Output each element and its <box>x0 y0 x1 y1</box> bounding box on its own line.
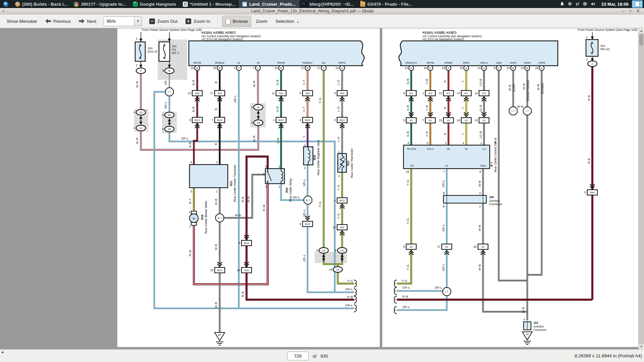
notifications-bell-icon[interactable] <box>560 2 565 6</box>
selection-tool-button[interactable]: Selection ▾ <box>272 17 302 26</box>
vertical-scrollbar[interactable]: ▲ ▼ <box>638 28 644 349</box>
browse-tool-button[interactable]: Browse <box>222 16 251 27</box>
svg-text:From Power Source System (See: From Power Source System (See Page 128) <box>578 28 637 32</box>
svg-text:LA: LA <box>336 268 339 271</box>
document-view[interactable]: MIN314IN317IN311IN38IN39BG28BG27BG21BG22… <box>114 28 639 349</box>
next-page-button[interactable]: Next <box>75 17 100 26</box>
svg-text:A: A <box>479 205 481 208</box>
scroll-down-icon[interactable]: ▼ <box>639 344 644 349</box>
svg-text:RRHI: RRHI <box>463 61 470 64</box>
svg-text:+B: +B <box>256 61 260 64</box>
svg-text:20: 20 <box>474 245 477 248</box>
zoom-input[interactable] <box>104 17 134 26</box>
svg-text:3E: 3E <box>168 114 171 117</box>
scroll-up-icon[interactable]: ▲ <box>639 28 644 34</box>
svg-text:IN3: IN3 <box>218 92 222 95</box>
svg-text:Y: Y <box>461 107 465 109</box>
clock[interactable]: 23 Mar, 18:06 <box>598 2 632 7</box>
svg-text:5: 5 <box>300 222 301 226</box>
sidebar-panel[interactable] <box>0 28 114 349</box>
taskbar-item-firefox[interactable]: (260) Builds - Back i... <box>12 0 70 8</box>
svg-text:4: 4 <box>334 199 336 202</box>
svg-text:29: 29 <box>535 66 539 70</box>
messenger-icon[interactable] <box>568 2 572 6</box>
svg-text:RRTB: RRTB <box>427 61 434 64</box>
svg-text:Y–R: Y–R <box>425 105 429 111</box>
app-menu-button[interactable] <box>0 0 12 8</box>
svg-text:LB: LB <box>322 249 325 252</box>
statusbar: ◄ of 935 8.26389 x 11.6944 in (Portrait … <box>0 349 644 362</box>
svg-text:5: 5 <box>403 119 405 122</box>
svg-text:A: A <box>483 67 485 70</box>
svg-text:19: 19 <box>191 66 194 70</box>
svg-text:Rear Cooler Power Transistor: Rear Cooler Power Transistor <box>233 165 236 202</box>
show-menubar-button[interactable]: Show Menubar <box>3 17 41 26</box>
folder-icon <box>360 2 365 7</box>
taskbar-item-okular[interactable]: Land_Cruiser_Prado... <box>239 0 299 8</box>
svg-text:W–B: W–B <box>537 84 540 90</box>
svg-text:B: B <box>307 67 308 70</box>
svg-text:8: 8 <box>189 118 191 122</box>
workspace-switcher[interactable] <box>632 0 643 8</box>
svg-text:Y–G: Y–G <box>406 180 410 185</box>
svg-text:W–B: W–B <box>214 198 218 205</box>
svg-text:2: 2 <box>216 161 218 164</box>
svg-text:2: 2 <box>140 69 142 72</box>
svg-text:C: C <box>238 67 240 70</box>
svg-text:R: R <box>443 133 447 135</box>
zoom-combobox[interactable]: ▼ <box>104 16 142 26</box>
svg-text:7: 7 <box>212 118 213 122</box>
svg-text:I 7: I 7 <box>526 110 529 113</box>
svg-text:2: 2 <box>338 174 340 178</box>
system-tray <box>557 2 598 6</box>
maximize-button[interactable]: + <box>629 8 632 14</box>
previous-page-button[interactable]: Previous <box>42 17 74 26</box>
zoom-out-label: Zoom Out <box>157 19 177 24</box>
minimize-button[interactable]: – <box>622 8 624 14</box>
taskbar-item-folder[interactable]: GX470 - Prado - File... <box>357 0 416 8</box>
svg-text:GND: GND <box>496 61 502 64</box>
window-menu-icon[interactable]: ▾ <box>0 9 7 13</box>
svg-text:1: 1 <box>422 92 424 95</box>
svg-text:I 7: I 7 <box>445 290 448 293</box>
svg-text:8: 8 <box>403 245 405 248</box>
svg-text:9: 9 <box>335 249 336 252</box>
scroll-left-icon[interactable]: ◄ <box>1 350 4 354</box>
scrollbar-thumb[interactable] <box>639 34 643 46</box>
svg-text:A: A <box>447 67 449 70</box>
page-number-input[interactable] <box>287 352 309 360</box>
taskbar-item-hangouts[interactable]: Google Hangouts <box>129 0 179 8</box>
svg-text:GND: GND <box>480 164 486 167</box>
svg-text:1D: 1D <box>139 127 143 130</box>
taskbar-item-terminal[interactable]: bferg@HP8200: ~/D... <box>299 0 357 8</box>
svg-text:9: 9 <box>403 92 405 95</box>
taskbar-item-mousepad[interactable]: *Untitled 1 - Mousep... <box>179 0 239 8</box>
svg-text:Y: Y <box>461 133 465 135</box>
volume-icon[interactable] <box>590 2 595 6</box>
svg-text:C: C <box>429 67 431 70</box>
svg-text:A: A <box>410 67 412 70</box>
zoom-tool-button[interactable]: Zoom <box>253 17 271 26</box>
svg-text:IN3: IN3 <box>340 92 344 95</box>
svg-text:2: 2 <box>136 64 138 67</box>
taskbar-item-label: Google Hangouts <box>140 2 176 7</box>
svg-text:17: 17 <box>210 92 214 95</box>
zoom-in-button[interactable]: + Zoom In <box>182 16 214 26</box>
svg-text:GR–L: GR–L <box>442 264 445 271</box>
svg-text:10: 10 <box>406 170 410 173</box>
svg-text:IF2: IF2 <box>428 92 432 95</box>
svg-text:20: 20 <box>213 66 217 70</box>
zoom-dropdown-arrow-icon[interactable]: ▼ <box>134 17 142 26</box>
network-arrows-icon[interactable] <box>575 2 580 6</box>
svg-text:II2: II2 <box>429 119 432 122</box>
power-icon[interactable] <box>583 2 587 6</box>
svg-text:BG2: BG2 <box>195 119 200 122</box>
zoom-out-button[interactable]: − Zoom Out <box>146 16 181 26</box>
svg-text:GR–L: GR–L <box>303 179 306 186</box>
svg-text:B: B <box>280 67 282 70</box>
close-button[interactable]: ✕ <box>636 8 640 14</box>
taskbar-item-chrome[interactable]: 390177 - Upgrade to... <box>70 0 129 8</box>
svg-text:W–R: W–R <box>253 81 256 87</box>
svg-text:14: 14 <box>188 92 191 95</box>
svg-text:BG2: BG2 <box>305 119 311 122</box>
